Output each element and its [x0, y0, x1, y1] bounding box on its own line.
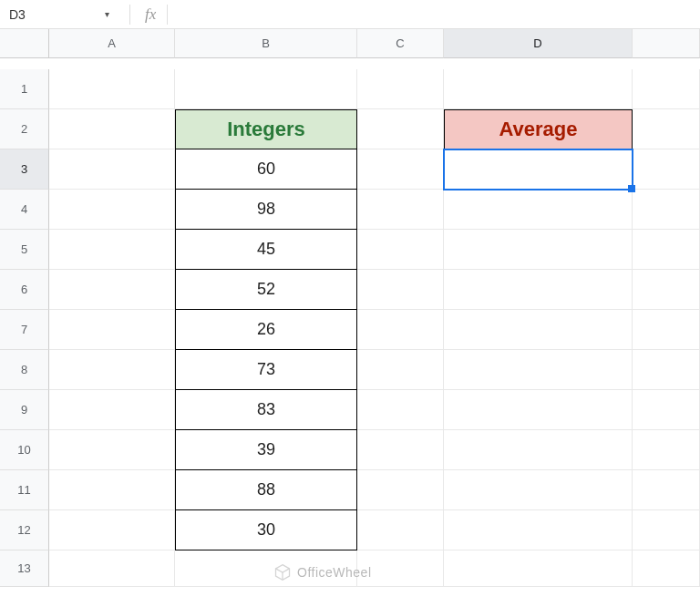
cell-E12[interactable] — [633, 510, 700, 550]
cell-D12[interactable] — [444, 510, 633, 550]
formula-input[interactable] — [177, 4, 700, 26]
divider — [167, 5, 168, 25]
row-header-7[interactable]: 7 — [0, 310, 49, 350]
cell-A3[interactable] — [49, 149, 175, 190]
cell-B2-integers-header[interactable]: Integers — [175, 109, 357, 149]
divider — [129, 5, 130, 25]
cell-B1[interactable] — [175, 69, 357, 109]
cell-D10[interactable] — [444, 430, 633, 470]
cell-B5[interactable]: 45 — [175, 230, 357, 270]
cell-E2[interactable] — [633, 109, 700, 149]
row-header-2[interactable]: 2 — [0, 109, 49, 149]
cell-E6[interactable] — [633, 270, 700, 310]
cell-A7[interactable] — [49, 310, 175, 350]
cell-A12[interactable] — [49, 510, 175, 550]
name-box-wrap: ▾ — [4, 4, 122, 26]
cell-C8[interactable] — [357, 350, 444, 390]
row-header-9[interactable]: 9 — [0, 390, 49, 430]
row-header-6[interactable]: 6 — [0, 270, 49, 310]
cell-C1[interactable] — [357, 69, 444, 109]
cell-B9[interactable]: 83 — [175, 390, 357, 430]
cell-B8[interactable]: 73 — [175, 350, 357, 390]
cell-C13[interactable] — [357, 550, 444, 587]
cell-D5[interactable] — [444, 230, 633, 270]
cell-E10[interactable] — [633, 430, 700, 470]
row-header-5[interactable]: 5 — [0, 230, 49, 270]
cell-A2[interactable] — [49, 109, 175, 149]
col-header-B[interactable]: B — [175, 29, 357, 58]
cell-A11[interactable] — [49, 470, 175, 510]
cell-E9[interactable] — [633, 390, 700, 430]
cell-B12[interactable]: 30 — [175, 510, 357, 550]
col-header-A[interactable]: A — [49, 29, 175, 58]
cell-C2[interactable] — [357, 109, 444, 149]
cell-A6[interactable] — [49, 270, 175, 310]
cell-E13[interactable] — [633, 550, 700, 587]
cell-D9[interactable] — [444, 390, 633, 430]
cell-B3[interactable]: 60 — [175, 149, 357, 190]
col-header-D[interactable]: D — [444, 29, 633, 58]
row-header-1[interactable]: 1 — [0, 69, 49, 109]
row-header-4[interactable]: 4 — [0, 190, 49, 230]
select-all-corner[interactable] — [0, 29, 49, 58]
formula-bar-row: ▾ fx — [0, 0, 700, 29]
cell-D6[interactable] — [444, 270, 633, 310]
cell-A4[interactable] — [49, 190, 175, 230]
cell-C5[interactable] — [357, 230, 444, 270]
cell-A1[interactable] — [49, 69, 175, 109]
name-box[interactable] — [4, 4, 93, 26]
cell-E1[interactable] — [633, 69, 700, 109]
spreadsheet-grid[interactable]: A B C D 1 2 Integers Average 3 60 4 98 5… — [0, 29, 700, 591]
cell-A5[interactable] — [49, 230, 175, 270]
cell-C11[interactable] — [357, 470, 444, 510]
col-header-E[interactable] — [633, 29, 700, 58]
row-header-12[interactable]: 12 — [0, 510, 49, 550]
row-header-8[interactable]: 8 — [0, 350, 49, 390]
cell-C6[interactable] — [357, 270, 444, 310]
cell-A8[interactable] — [49, 350, 175, 390]
cell-D3-selected[interactable] — [444, 149, 633, 190]
cell-C3[interactable] — [357, 149, 444, 190]
row-header-13[interactable]: 13 — [0, 550, 49, 587]
row-header-10[interactable]: 10 — [0, 430, 49, 470]
col-header-C[interactable]: C — [357, 29, 444, 58]
cell-D13[interactable] — [444, 550, 633, 587]
cell-D4[interactable] — [444, 190, 633, 230]
cell-E3[interactable] — [633, 149, 700, 190]
cell-E7[interactable] — [633, 310, 700, 350]
cell-A13[interactable] — [49, 550, 175, 587]
cell-A9[interactable] — [49, 390, 175, 430]
cell-D1[interactable] — [444, 69, 633, 109]
cell-B4[interactable]: 98 — [175, 190, 357, 230]
cell-C4[interactable] — [357, 190, 444, 230]
cell-A10[interactable] — [49, 430, 175, 470]
cell-E8[interactable] — [633, 350, 700, 390]
cell-C10[interactable] — [357, 430, 444, 470]
cell-D2-average-header[interactable]: Average — [444, 109, 633, 149]
cell-B7[interactable]: 26 — [175, 310, 357, 350]
cell-C9[interactable] — [357, 390, 444, 430]
cell-E11[interactable] — [633, 470, 700, 510]
cell-D7[interactable] — [444, 310, 633, 350]
cell-E4[interactable] — [633, 190, 700, 230]
name-box-dropdown-icon[interactable]: ▾ — [105, 9, 109, 19]
cell-D8[interactable] — [444, 350, 633, 390]
cell-D11[interactable] — [444, 470, 633, 510]
cell-C12[interactable] — [357, 510, 444, 550]
cell-C7[interactable] — [357, 310, 444, 350]
cell-B13[interactable] — [175, 550, 357, 587]
row-header-11[interactable]: 11 — [0, 470, 49, 510]
row-header-3[interactable]: 3 — [0, 149, 49, 190]
cell-B6[interactable]: 52 — [175, 270, 357, 310]
cell-E5[interactable] — [633, 230, 700, 270]
cell-B11[interactable]: 88 — [175, 470, 357, 510]
fx-icon: fx — [145, 5, 156, 24]
cell-B10[interactable]: 39 — [175, 430, 357, 470]
